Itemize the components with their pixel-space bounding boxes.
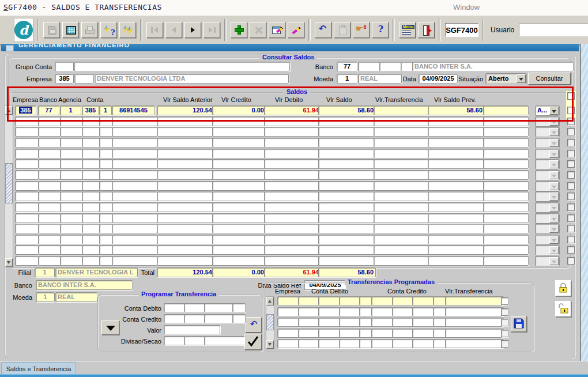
saldos-cell-agencia[interactable]: [60, 256, 84, 266]
saldos-cell-vlr_transferencia[interactable]: [374, 159, 430, 169]
banco-code-field[interactable]: 77: [337, 62, 357, 71]
saldos-cell-empresa[interactable]: [15, 213, 39, 223]
tp-cell-conta-debito-2[interactable]: [318, 339, 340, 348]
tp-cell-conta-debito-1[interactable]: [298, 329, 320, 338]
pt-divisao-2[interactable]: [184, 336, 206, 345]
saldos-cell-empresa[interactable]: [15, 149, 39, 159]
insert-record-button[interactable]: [231, 22, 247, 38]
saldos-cell-vlr_debito[interactable]: [264, 235, 321, 244]
saldos-cell-conta_banco[interactable]: [82, 191, 101, 201]
saldos-cell-vlr_saldo_anterior[interactable]: [157, 256, 214, 266]
saldos-cell-banco[interactable]: [38, 191, 62, 201]
saldos-row-checkbox[interactable]: [567, 107, 575, 114]
tp-cell-vlr-transferencia[interactable]: [445, 329, 504, 338]
saldos-cell-conta_banco[interactable]: [82, 170, 101, 180]
saldos-cell-conta_numero[interactable]: [112, 235, 157, 244]
saldos-cell-conta_banco[interactable]: [82, 235, 101, 244]
saldos-cell-conta_numero[interactable]: [112, 224, 157, 233]
saldos-cell-vlr_credito[interactable]: [212, 127, 266, 137]
saldos-cell-conta_banco[interactable]: [82, 138, 101, 148]
tp-cell-conta-debito-3[interactable]: [339, 307, 361, 316]
saldos-row-checkbox[interactable]: [567, 203, 575, 211]
tab-saldos-e-transferencia[interactable]: Saldos e Transferencia: [1, 362, 76, 375]
tp-cell-conta-credito-3[interactable]: [412, 339, 434, 348]
chevron-down-icon[interactable]: [549, 118, 559, 126]
saldos-cell-vlr_credito[interactable]: [212, 213, 266, 223]
saldos-cell-conta_banco[interactable]: [82, 181, 101, 191]
saldos-row-checkbox[interactable]: [567, 150, 575, 157]
saldos-cell-banco[interactable]: [38, 159, 62, 169]
saldos-cell-extra[interactable]: [483, 149, 529, 159]
pt-conta-debito-3[interactable]: [204, 303, 234, 312]
saldos-cell-banco[interactable]: [38, 202, 62, 212]
tp-cell-empresa[interactable]: [277, 339, 299, 348]
saldos-situacao-dropdown[interactable]: [535, 224, 560, 234]
saldos-cell-vlr_saldo_prev[interactable]: [428, 202, 485, 212]
usuario-input[interactable]: [519, 24, 588, 36]
saldos-cell-vlr_saldo_anterior[interactable]: [157, 202, 214, 212]
save-button[interactable]: [43, 22, 60, 38]
saldos-cell-banco[interactable]: [38, 181, 62, 191]
menu-button[interactable]: [399, 22, 416, 38]
saldos-cell-agencia[interactable]: [60, 181, 84, 191]
saldos-row-checkbox[interactable]: [567, 214, 575, 222]
inner-window-titlebar[interactable]: GERENCIAMENTO FINANCEIRO: [1, 44, 579, 51]
saldos-cell-vlr_saldo_prev[interactable]: [428, 245, 485, 255]
moeda-code-field[interactable]: 1: [337, 74, 357, 84]
saldos-cell-vlr_transferencia[interactable]: [374, 202, 430, 212]
pt-conta-credito-3[interactable]: [204, 314, 234, 323]
scroll-down-icon[interactable]: [266, 340, 274, 349]
tp-cell-conta-credito-2[interactable]: [392, 296, 414, 306]
pt-conta-credito-1[interactable]: [164, 314, 186, 323]
undo-transfer-button[interactable]: ↶: [246, 317, 262, 333]
saldos-cell-vlr_debito[interactable]: [264, 245, 321, 255]
saldos-cell-empresa[interactable]: [15, 127, 39, 137]
first-record-button[interactable]: [146, 22, 163, 38]
saldos-cell-vlr_transferencia[interactable]: [374, 170, 430, 180]
tp-cell-vlr-transferencia[interactable]: [445, 296, 504, 306]
saldos-cell-banco[interactable]: [38, 116, 62, 126]
saldos-situacao-dropdown[interactable]: [535, 116, 560, 127]
saldos-cell-vlr_debito[interactable]: [264, 191, 321, 201]
saldos-cell-vlr_saldo_prev[interactable]: [428, 138, 485, 148]
saldos-cell-vlr_saldo_prev[interactable]: [428, 224, 485, 233]
saldos-cell-extra[interactable]: [483, 191, 529, 201]
banco-agencia-field[interactable]: [358, 62, 381, 71]
tp-cell-conta-credito-2[interactable]: [392, 318, 414, 327]
saldos-cell-conta_banco[interactable]: [82, 224, 101, 233]
saldos-cell-banco[interactable]: [38, 224, 62, 233]
saldos-cell-vlr_transferencia[interactable]: [374, 138, 430, 148]
data-field[interactable]: 04/09/2025: [419, 74, 458, 84]
saldos-cell-agencia[interactable]: [60, 170, 84, 180]
footer-moeda-name-field[interactable]: REAL: [55, 292, 97, 302]
tp-cell-conta-debito-2[interactable]: [318, 329, 340, 338]
tp-cell-conta-debito-3[interactable]: [339, 329, 361, 338]
saldos-row-checkbox[interactable]: [567, 118, 575, 125]
saldos-cell-vlr_credito[interactable]: [212, 245, 266, 255]
empresa-code2-field[interactable]: [74, 74, 94, 84]
transferencias-scrollbar[interactable]: [266, 296, 274, 349]
tp-cell-conta-debito-2[interactable]: [318, 307, 340, 316]
saldos-cell-banco[interactable]: [38, 235, 62, 244]
saldos-cell-banco[interactable]: [38, 245, 62, 255]
tp-row-checkbox[interactable]: [501, 330, 508, 337]
tp-cell-conta-debito-1[interactable]: [298, 307, 320, 316]
saldos-cell-vlr_debito[interactable]: [264, 170, 321, 180]
clipboard-button[interactable]: [334, 22, 350, 38]
saldos-situacao-dropdown[interactable]: [535, 202, 560, 213]
saldos-cell-conta_banco[interactable]: [82, 213, 101, 223]
saldos-cell-agencia[interactable]: [60, 159, 84, 169]
tp-cell-conta-debito-3[interactable]: [339, 339, 361, 348]
saldos-cell-empresa[interactable]: [15, 202, 39, 212]
saldos-cell-agencia[interactable]: [60, 138, 84, 148]
saldos-cell-empresa[interactable]: [15, 235, 39, 244]
saldos-cell-banco[interactable]: [38, 127, 62, 137]
saldos-cell-vlr_transferencia[interactable]: [374, 245, 430, 255]
saldos-cell-vlr_saldo_anterior[interactable]: [157, 159, 214, 169]
tp-cell-conta-credito-2[interactable]: [392, 329, 414, 338]
saldos-cell-empresa[interactable]: [15, 245, 39, 255]
pt-conta-debito-2[interactable]: [184, 303, 206, 312]
saldos-cell-empresa[interactable]: [15, 191, 39, 201]
print-button[interactable]: [81, 22, 98, 38]
chevron-down-icon[interactable]: [549, 139, 559, 147]
